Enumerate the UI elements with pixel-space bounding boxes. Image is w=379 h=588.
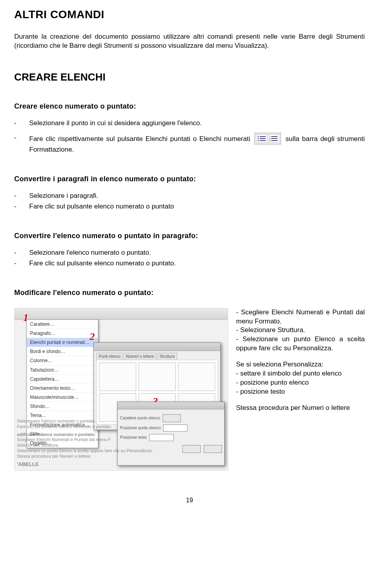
instr-line: Se si seleziona Personalizza: [236,360,365,369]
bg-line: Selezionare Struttura. [17,443,225,448]
menu-item[interactable]: Tabulazioni… [27,366,98,375]
menu-item[interactable]: Orientamento testo… [27,384,98,393]
svg-rect-8 [260,140,266,141]
page: ALTRI COMANDI Durante la creazione del d… [0,0,379,504]
list-item: - Selezionare il punto in cui si desider… [14,119,365,128]
title-creare-elenchi: CREARE ELENCHI [14,70,365,84]
svg-point-7 [258,140,259,141]
bullet-text: Fare clic sul pulsante elenco numerato o… [29,202,365,211]
menu-item[interactable]: Carattere… [27,320,98,329]
menu-item[interactable]: Sfondo… [27,402,98,411]
dialog-titlebar [118,402,224,410]
word-screenshot: 1 Carattere… Paragrafo… Elenchi puntati … [14,308,228,471]
list-item: - Fare clic sul pulsante elenco numerato… [14,202,365,211]
style-option[interactable] [99,363,136,391]
heading-convertire-elenco: Convertire l'elenco numerato o puntato i… [14,231,365,240]
dash-marker: - [14,202,29,211]
instr-line: - Selezionare un punto Elenco a scelta o… [236,335,365,353]
figure-and-instructions: 1 Carattere… Paragrafo… Elenchi puntati … [14,308,365,471]
instr-line: - settare il simbolo del punto elenco [236,369,365,378]
svg-rect-4 [260,136,266,137]
dash-marker: - [14,248,29,257]
instructions-column: - Scegliere Elenchi Numerati e Puntati d… [236,308,365,471]
dash-marker: - [14,259,29,268]
menu-item[interactable]: Maiuscole/minuscole… [27,393,98,402]
bg-line: Stessa procedura per Numeri o lettere [17,454,225,459]
list-item: - Fare clic rispettivamente sul pulsante… [14,133,365,154]
bullet-text: Selezionare l'elenco numerato o puntato. [29,248,365,257]
list-item: - Selezionare l'elenco numerato o puntat… [14,248,365,257]
svg-rect-14 [271,140,278,141]
app-toolbar [15,308,228,320]
instr-line: - posizione punto elenco [236,378,365,387]
menu-item[interactable]: Bordi e sfondo… [27,347,98,356]
dash-marker: - [14,192,29,201]
bullets-numbering-icon: 1 2 3 [254,133,281,145]
title-altri-comandi: ALTRI COMANDI [14,7,365,22]
callout-2: 2 [90,330,98,340]
bg-line: 'ABELLE [17,461,225,468]
dialog-tabs[interactable]: Punti elenco Numeri o lettere Struttura [94,351,220,360]
bg-line: Scegliere Elenchi Numerati e Puntati dal… [17,437,225,443]
dash-marker: - [14,133,29,154]
dialog-titlebar [94,343,220,351]
bullet-text: Fare clic sul pulsante elenco numerato o… [29,259,365,268]
bullet-text: Selezionare i paragrafi. [29,192,365,201]
bg-line: Fare clic sul pulsante elenco numerato o… [17,424,225,430]
menu-item[interactable]: Colonne… [27,356,98,365]
bullet-text: Selezionare il punto in cui si desidera … [29,119,365,128]
menu-item-elenchi[interactable]: Elenchi puntati e numerati… [27,338,98,347]
menu-item[interactable]: Paragrafo… [27,329,98,338]
bg-line: Selezionare un punto Elenco a scelta opp… [17,448,225,454]
heading-convertire-paragrafi: Convertire i paragrafi in elenco numerat… [14,174,365,184]
instr-line: - Scegliere Elenchi Numerati e Puntati d… [236,308,365,326]
bg-line: Selezionare l'elenco numerato o puntato. [17,419,225,424]
tab-punti-elenco[interactable]: Punti elenco [96,353,123,360]
bg-line: odificare l'elenco numerato e puntato: [17,432,225,438]
instr-line: Stessa procedura per Numeri o lettere [236,404,365,413]
heading-modificare-elenco: Modificare l'elenco numerato o puntato: [14,288,365,297]
intro-paragraph: Durante la creazione del documento possi… [14,32,365,51]
page-number: 19 [14,496,365,505]
svg-rect-12 [271,138,278,139]
instr-line: - Selezionare Struttura. [236,326,365,335]
svg-rect-10 [271,136,278,137]
heading-creare-elenco: Creare elenco numerato o puntato: [14,101,365,111]
tab-numeri-lettere[interactable]: Numeri o lettere [124,353,156,360]
list-item: - Selezionare i paragrafi. [14,192,365,201]
background-doc-text: Selezionare l'elenco numerato o puntato.… [17,419,225,468]
style-option[interactable] [178,363,215,391]
svg-point-3 [258,136,259,137]
svg-point-5 [258,138,259,139]
bullet-text: Fare clic rispettivamente sul pulsante E… [29,133,365,154]
dash-marker: - [14,119,29,128]
tab-struttura[interactable]: Struttura [157,353,177,360]
style-option[interactable] [139,363,176,391]
list-item: - Fare clic sul pulsante elenco numerato… [14,259,365,268]
bullet-text-a: Fare clic rispettivamente sul pulsante E… [29,135,250,143]
menu-item[interactable]: Capolettera… [27,375,98,384]
instr-line: - posizione testo [236,387,365,396]
svg-rect-6 [260,138,266,139]
